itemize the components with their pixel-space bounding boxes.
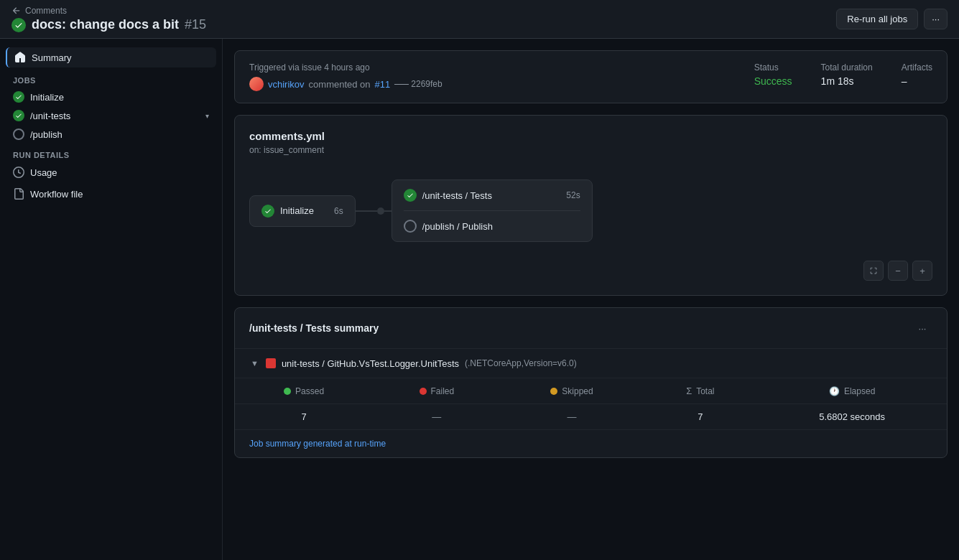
main-layout: Summary Jobs Initialize /unit-tests ▾ [0, 39, 959, 560]
group-node-item-publish[interactable]: /publish / Publish [404, 220, 580, 233]
skipped-dot-icon [550, 388, 557, 395]
connector-dot-1 [377, 207, 384, 215]
td-elapsed: 5.6802 seconds [757, 404, 947, 430]
test-table: Passed Failed Skipped [235, 378, 947, 430]
test-result-row: 7 — — 7 5.6802 seconds [235, 404, 947, 430]
passed-dot-icon [284, 388, 291, 395]
artifacts-group: Artifacts – [902, 62, 932, 87]
sidebar-jobs-section: Jobs [6, 69, 216, 88]
td-skipped: — [501, 404, 644, 430]
unit-tests-duration: 52s [566, 190, 580, 200]
th-total: Σ Total [643, 378, 757, 404]
trigger-detail: vchirikov commented on #11 2269feb [249, 77, 726, 91]
commit-hash: 2269feb [394, 79, 442, 89]
workflow-group-node: /unit-tests / Tests 52s /publish / Publi… [392, 179, 593, 242]
trigger-issue: #11 [375, 79, 391, 90]
workflow-card-body: comments.yml on: issue_comment Initializ… [235, 116, 947, 295]
th-failed: Failed [373, 378, 500, 404]
metadata-card: Triggered via issue 4 hours ago vchiriko… [234, 50, 948, 103]
job-unit-tests-left: /unit-tests [13, 110, 70, 121]
sidebar-item-summary[interactable]: Summary [6, 47, 216, 67]
diagram-zoom-out-button[interactable]: − [888, 261, 908, 281]
connector-line-2 [384, 210, 392, 212]
publish-node-label: /publish / Publish [422, 221, 493, 232]
publish-label: /publish [30, 129, 62, 140]
workflow-filename: comments.yml [249, 130, 932, 142]
unit-tests-status-icon [13, 110, 24, 121]
connector-1 [356, 207, 392, 215]
tests-summary-card: /unit-tests / Tests summary ··· ▼ unit-t… [234, 307, 948, 458]
back-link[interactable]: Comments [11, 6, 206, 16]
initialize-label: Initialize [30, 92, 64, 103]
trigger-action: commented on [309, 79, 371, 90]
th-failed-label: Failed [431, 386, 455, 396]
workflow-diagram: Initialize 6s [249, 172, 932, 249]
duration-group: Total duration 1m 18s [821, 62, 873, 87]
artifacts-label: Artifacts [902, 62, 932, 73]
sidebar: Summary Jobs Initialize /unit-tests ▾ [0, 39, 223, 560]
failed-dot-icon [420, 388, 427, 395]
initialize-node-status-icon [261, 205, 274, 218]
job-publish-left: /publish [13, 129, 62, 140]
td-passed: 7 [235, 404, 373, 430]
initialize-node-label: Initialize [280, 205, 314, 216]
artifacts-value: – [902, 75, 932, 87]
job-initialize-left: Initialize [13, 91, 64, 103]
success-check-icon [11, 18, 26, 32]
th-elapsed-label: Elapsed [844, 386, 875, 396]
status-group: Status Success [754, 62, 792, 87]
workflow-diagram-card: comments.yml on: issue_comment Initializ… [234, 115, 948, 296]
th-passed: Passed [235, 378, 373, 404]
status-label: Status [754, 62, 792, 73]
workflow-trigger: on: issue_comment [249, 145, 932, 155]
duration-label: Total duration [821, 62, 873, 73]
tests-summary-header: /unit-tests / Tests summary ··· [235, 308, 947, 349]
workflow-file-label: Workflow file [30, 189, 83, 200]
more-options-button[interactable]: ··· [924, 9, 948, 29]
duration-value: 1m 18s [821, 75, 873, 87]
connector-line-1 [356, 210, 377, 212]
td-failed: — [373, 404, 500, 430]
suite-collapse-button[interactable]: ▼ [249, 358, 260, 369]
sidebar-run-details-section: Run details [6, 144, 216, 162]
trigger-label: Triggered via issue 4 hours ago [249, 62, 726, 73]
sidebar-item-usage[interactable]: Usage [6, 162, 216, 182]
publish-node-status-icon [404, 220, 417, 233]
tests-summary-more-button[interactable]: ··· [912, 318, 932, 338]
th-skipped-label: Skipped [562, 386, 593, 396]
unit-tests-chevron-icon: ▾ [205, 112, 209, 120]
status-value: Success [754, 75, 792, 87]
suite-name: unit-tests / GitHub.VsTest.Logger.UnitTe… [282, 358, 459, 369]
tests-summary-footer: Job summary generated at run-time [235, 430, 947, 457]
sidebar-item-initialize[interactable]: Initialize [6, 88, 216, 106]
sidebar-item-unit-tests[interactable]: /unit-tests ▾ [6, 106, 216, 125]
home-icon [14, 52, 26, 63]
sidebar-summary-label: Summary [32, 52, 72, 63]
suite-framework: (.NETCoreApp,Version=v6.0) [465, 358, 577, 368]
unit-tests-node-label: /unit-tests / Tests [422, 190, 492, 201]
clock-icon: 🕐 [829, 386, 840, 396]
th-skipped: Skipped [501, 378, 644, 404]
content-area: Triggered via issue 4 hours ago vchiriko… [223, 39, 959, 560]
workflow-node-initialize[interactable]: Initialize 6s [249, 195, 356, 227]
diagram-fullscreen-button[interactable] [863, 261, 884, 281]
rerun-all-jobs-button[interactable]: Re-run all jobs [836, 9, 918, 29]
back-label: Comments [25, 6, 67, 16]
sidebar-item-publish[interactable]: /publish [6, 125, 216, 144]
footer-text: Job summary generated at run-time [249, 439, 386, 449]
top-bar: Comments docs: change docs a bit #15 Re-… [0, 0, 959, 39]
trigger-info: Triggered via issue 4 hours ago vchiriko… [249, 62, 726, 91]
diagram-controls: − + [249, 261, 932, 281]
tests-summary-title: /unit-tests / Tests summary [249, 322, 379, 334]
diagram-zoom-in-button[interactable]: + [912, 261, 932, 281]
checkmark-icon [14, 21, 23, 29]
workflow-file-icon [13, 188, 24, 200]
group-node-item-unit-tests[interactable]: /unit-tests / Tests 52s [404, 189, 580, 202]
trigger-user: vchirikov [268, 79, 305, 90]
th-elapsed: 🕐 Elapsed [757, 378, 947, 404]
sidebar-item-workflow-file[interactable]: Workflow file [6, 184, 216, 204]
td-total: 7 [643, 404, 757, 430]
test-suite-header: ▼ unit-tests / GitHub.VsTest.Logger.Unit… [235, 349, 947, 378]
initialize-duration: 6s [334, 206, 343, 216]
th-passed-label: Passed [295, 386, 324, 396]
